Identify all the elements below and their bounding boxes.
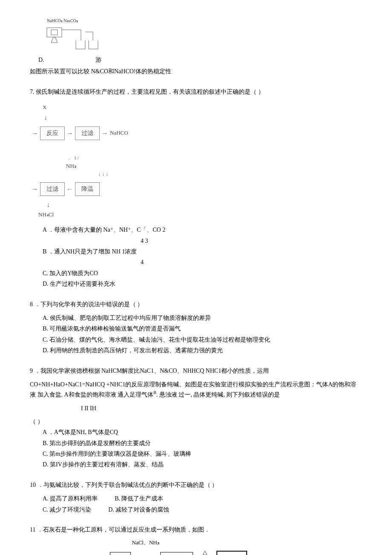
q11-nahco3-box: NaHCO₃ <box>160 552 193 555</box>
q7-nh4cl-label: NH₄Cl <box>38 210 149 219</box>
q7-option-b: B ．通入NH只是为了增加 NH 1浓度 <box>43 247 362 256</box>
q10-option-d: D. 减轻了对设备的腐蚀 <box>108 505 169 515</box>
q8-option-a: A. 侯氏制碱、肥皂的制取工艺过程中均应用了物质溶解度的差异 <box>43 313 362 323</box>
q9-option-d: D. 第IV步操作的主要过程有溶解、蒸发、结晶 <box>43 460 362 469</box>
question-7: 7. 侯氏制碱法是连续循环生产的过程，主要流程见图，有关该流程的叙述中正确的是（… <box>30 87 362 289</box>
q7-box-cool: 降温 <box>75 182 100 196</box>
q10-option-a: A. 提高了原料利用率 <box>43 494 98 503</box>
q7-stem: 7. 侯氏制碱法是连续循环生产的过程，主要流程见图，有关该流程的叙述中正确的是（… <box>30 87 362 97</box>
q8-option-d: D. 利用钠的性质制造的高压钠灯，可发出射程远、透雾能力强的黄光 <box>43 346 362 355</box>
q9-option-a: A ．A气体是NH, B气体是CQ <box>43 428 362 437</box>
question-10: 10 ．与氨碱法比较，下列关于联合制碱法优点的判断中不正确的是（ ） A. 提高… <box>30 480 362 515</box>
q11-delta-label: △ <box>203 549 207 555</box>
q10-stem: 10 ．与氨碱法比较，下列关于联合制碱法优点的判断中不正确的是（ ） <box>30 480 362 490</box>
q9-roman: I II IH <box>81 404 362 413</box>
q7-option-c: C. 加入的Y物质为CO <box>43 269 362 278</box>
q9-stem-line1: 9 ．我国化学家侯德榜根据 NaHCM解度比NaC1、N&CO、NHHCQ NH… <box>30 366 362 376</box>
q7-option-a-sub: 4 3 <box>141 236 362 246</box>
q7-option-d: D. 生产过程中还需要补充水 <box>43 279 362 289</box>
d-description: 如图所示装置可以比较 N&CO和NaHCO!体的热稳定性 <box>30 67 362 76</box>
q7-x-label: X <box>43 103 149 112</box>
question-8: 8 ．下列与化学有关的说法中错误的是（ ） A. 侯氏制碱、肥皂的制取工艺过程中… <box>30 300 362 356</box>
q9-stem-line2: CO+NH+HaO+NaC1=NaHCQ +NHC1的反应原理制备纯碱。如图是在… <box>30 380 362 400</box>
q7-box-filter2: 过滤 <box>40 182 65 196</box>
d-label: D. <box>38 55 44 65</box>
q10-option-c: C. 减少了环境污染 <box>43 505 91 515</box>
q11-soda-box: 纯碱 <box>216 551 247 555</box>
q7-nahco-label: NaHCO <box>110 129 128 138</box>
svg-rect-1 <box>51 30 58 35</box>
arrow-icon: → <box>32 184 38 195</box>
q7-box-reaction: 反应 <box>40 127 65 140</box>
arrow-icon: → <box>101 128 108 139</box>
q7-option-b-sub: 4 <box>141 258 362 267</box>
apparatus-side: 游 <box>95 55 101 65</box>
q11-flowchart: NaCl、NH₃ 石灰石 高温─ →CO₂ ──→ NaHCO₃ △→ 纯碱 H… <box>43 539 362 555</box>
question-11: 11 ．石灰石是一种化工原料，可以通过反应生成一系列物质，如图． NaCl、NH… <box>30 525 362 555</box>
q8-option-c: C. 石油分储、煤的气化、海水晒盐、碱去油污、花生中提取花生油等过程都是物理变化 <box>43 335 362 345</box>
apparatus-label: NaHCO₃ Na₂CO₃ <box>47 18 78 23</box>
arrow-icon: → <box>32 128 38 139</box>
question-9: 9 ．我国化学家侯德榜根据 NaHCM解度比NaC1、N&CO、NHHCQ NH… <box>30 366 362 470</box>
q11-co2-box: CO₂ <box>110 552 131 555</box>
q7-flowchart: X ↓ → 反应 → 过滤 → NaHCO 、 1 / NH₃ ↓ ↓ ↓ → … <box>30 103 149 219</box>
arrow-icon: ← <box>66 184 73 195</box>
q11-reagents-label: NaCl、NH₃ <box>132 539 159 546</box>
q10-option-b: B. 降低了生产成本 <box>115 494 163 503</box>
apparatus-diagram: NaHCO₃ Na₂CO₃ <box>43 17 111 55</box>
svg-rect-0 <box>47 28 62 37</box>
q8-stem: 8 ．下列与化学有关的说法中错误的是（ ） <box>30 300 362 309</box>
q9-paren: （ ） <box>30 417 362 426</box>
arrow-icon: → <box>66 128 73 139</box>
item-d: NaHCO₃ Na₂CO₃ D. 游 如图所示装置可以比较 N&CO和NaHCO… <box>30 17 362 77</box>
q11-stem: 11 ．石灰石是一种化工原料，可以通过反应生成一系列物质，如图． <box>30 525 362 535</box>
q7-nh3-label: NH₃ <box>66 162 149 171</box>
q7-box-filter1: 过滤 <box>75 127 100 140</box>
q9-option-c: C. 第m步操作用到的主要玻璃仪器是烧杯、漏斗、玻璃棒 <box>43 449 362 459</box>
q8-option-b: B. 可用蘸浓氨水的棉棒检验输送氯气的管道是否漏气 <box>43 324 362 334</box>
q7-option-a: A ．母液中含有大量的 Na⁺、NH⁺、C「、CO 2 <box>43 225 362 235</box>
q9-option-b: B. 第出步得到的晶体是发酵粉的主要成分 <box>43 439 362 448</box>
